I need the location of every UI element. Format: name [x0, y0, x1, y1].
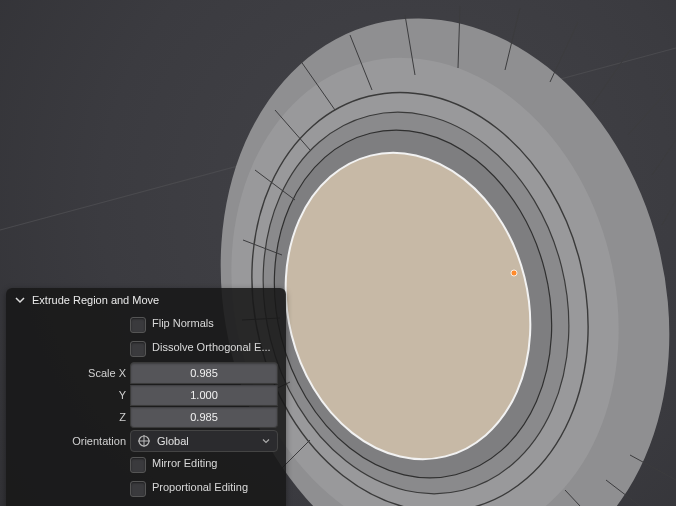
operator-panel: Extrude Region and Move Flip Normals Dis…	[6, 288, 286, 506]
panel-title: Extrude Region and Move	[32, 294, 159, 306]
svg-line-14	[592, 50, 630, 105]
scale-x-label: Scale X	[14, 367, 130, 379]
orientation-dropdown[interactable]: Global	[130, 430, 278, 452]
orientation-icon	[137, 434, 151, 448]
orientation-label: Orientation	[14, 435, 130, 447]
proportional-editing-label: Proportional Editing	[152, 481, 248, 497]
svg-line-13	[550, 22, 578, 82]
dropdown-caret-icon	[261, 436, 271, 446]
scale-y-label: Y	[14, 389, 130, 401]
orientation-value: Global	[157, 435, 189, 447]
flip-normals-checkbox[interactable]	[130, 317, 146, 333]
dissolve-checkbox[interactable]	[130, 341, 146, 357]
scale-x-field[interactable]: 0.985	[130, 362, 278, 384]
dissolve-label: Dissolve Orthogonal E...	[152, 341, 271, 357]
scale-z-field[interactable]: 0.985	[130, 407, 278, 428]
mirror-editing-checkbox[interactable]	[130, 457, 146, 473]
flip-normals-label: Flip Normals	[152, 317, 214, 333]
scale-y-field[interactable]: 1.000	[130, 385, 278, 406]
mirror-editing-label: Mirror Editing	[152, 457, 217, 473]
svg-line-15	[628, 88, 670, 135]
proportional-editing-checkbox[interactable]	[130, 481, 146, 497]
chevron-down-icon	[14, 294, 26, 306]
svg-line-16	[652, 140, 676, 175]
svg-point-7	[511, 270, 517, 276]
svg-line-17	[662, 200, 676, 225]
scale-z-label: Z	[14, 411, 130, 423]
panel-header[interactable]: Extrude Region and Move	[6, 288, 286, 312]
